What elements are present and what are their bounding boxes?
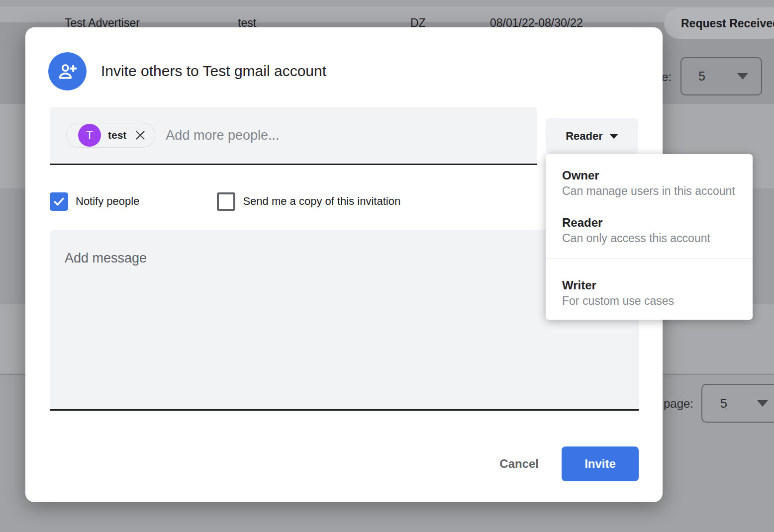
invite-button[interactable]: Invite xyxy=(562,446,639,481)
dialog-actions: Cancel Invite xyxy=(487,446,639,481)
role-dropdown-button[interactable]: Reader xyxy=(546,118,638,154)
role-title: Writer xyxy=(562,277,736,293)
notification-options: Notify people Send me a copy of this inv… xyxy=(50,192,400,211)
people-field[interactable]: T test xyxy=(50,107,537,165)
role-menu-item-reader[interactable]: Reader Can only access this account xyxy=(546,212,753,249)
status-badge-label: Request Received xyxy=(681,17,774,30)
role-menu-item-writer[interactable]: Writer For custom use cases xyxy=(546,275,753,311)
checkmark-icon xyxy=(52,195,66,208)
chevron-down-icon xyxy=(757,400,768,407)
page-size-select[interactable]: 5 xyxy=(701,384,774,423)
send-copy-checkbox[interactable] xyxy=(217,192,235,211)
page-size-select[interactable]: 5 xyxy=(680,57,762,95)
chevron-down-icon xyxy=(737,73,748,80)
role-menu: Owner Can manage users in this account R… xyxy=(546,154,753,320)
role-menu-item-owner[interactable]: Owner Can manage users in this account xyxy=(546,165,753,201)
recipient-chip[interactable]: T test xyxy=(66,123,155,148)
status-badge[interactable]: Request Received xyxy=(664,8,774,39)
role-title: Owner xyxy=(562,168,736,183)
role-description: For custom use cases xyxy=(562,293,736,309)
screen: Test Advertiser test DZ 08/01/22-08/30/2… xyxy=(0,0,774,532)
role-description: Can only access this account xyxy=(562,230,736,246)
menu-divider xyxy=(546,259,753,259)
notify-people-checkbox[interactable] xyxy=(50,192,68,211)
page-size-value: 5 xyxy=(698,69,705,84)
person-add-icon xyxy=(48,52,87,90)
add-people-input[interactable] xyxy=(166,128,537,143)
role-title: Reader xyxy=(562,215,736,230)
cancel-button[interactable]: Cancel xyxy=(487,446,551,481)
send-copy-label: Send me a copy of this invitation xyxy=(243,195,400,208)
background-band xyxy=(0,0,774,7)
role-description: Can manage users in this account xyxy=(562,183,736,199)
notify-people-label: Notify people xyxy=(76,195,139,208)
chevron-down-icon xyxy=(609,134,618,139)
chip-label: test xyxy=(108,129,126,141)
page-size-value: 5 xyxy=(720,396,727,411)
dialog-title: Invite others to Test gmail account xyxy=(101,63,326,80)
close-icon[interactable] xyxy=(134,129,147,142)
avatar: T xyxy=(78,124,101,147)
role-dropdown-label: Reader xyxy=(566,130,603,143)
